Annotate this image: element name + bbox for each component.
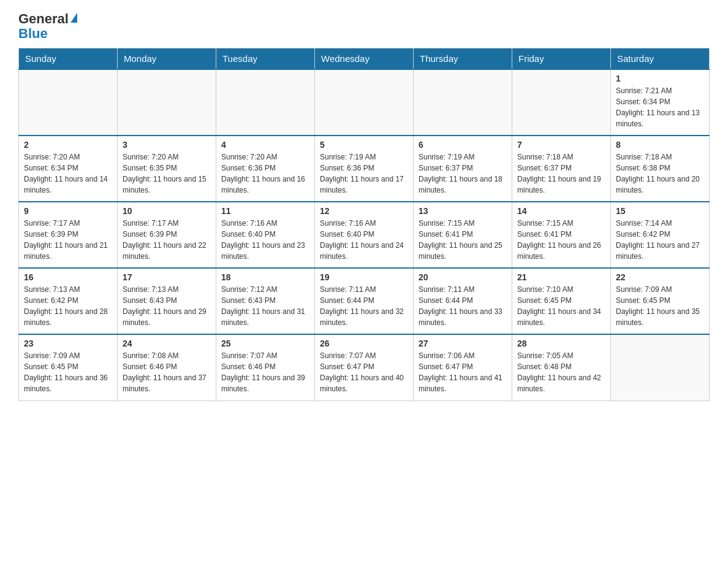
day-number: 12 [320,206,408,216]
calendar-cell [611,334,710,400]
day-number: 25 [221,339,309,348]
day-info: Sunrise: 7:07 AMSunset: 6:46 PMDaylight:… [221,350,309,394]
calendar-cell: 2Sunrise: 7:20 AMSunset: 6:34 PMDaylight… [19,136,118,202]
day-info: Sunrise: 7:20 AMSunset: 6:35 PMDaylight:… [123,151,211,196]
day-info: Sunrise: 7:15 AMSunset: 6:41 PMDaylight:… [517,218,605,262]
day-number: 2 [24,140,112,150]
day-number: 15 [616,206,704,216]
calendar-cell: 20Sunrise: 7:11 AMSunset: 6:44 PMDayligh… [414,268,512,334]
page-header: General Blue [18,12,710,42]
day-number: 27 [419,339,507,348]
day-number: 24 [123,339,211,348]
day-number: 6 [419,140,507,150]
day-number: 22 [616,272,704,282]
day-info: Sunrise: 7:20 AMSunset: 6:36 PMDaylight:… [221,151,309,196]
day-info: Sunrise: 7:08 AMSunset: 6:46 PMDaylight:… [123,350,211,394]
logo: General Blue [18,12,77,42]
calendar-cell: 10Sunrise: 7:17 AMSunset: 6:39 PMDayligh… [118,202,216,268]
day-info: Sunrise: 7:07 AMSunset: 6:47 PMDaylight:… [320,350,408,394]
week-row-5: 23Sunrise: 7:09 AMSunset: 6:45 PMDayligh… [19,334,710,400]
day-info: Sunrise: 7:12 AMSunset: 6:43 PMDaylight:… [221,284,309,328]
day-number: 8 [616,140,704,150]
calendar-cell: 11Sunrise: 7:16 AMSunset: 6:40 PMDayligh… [216,202,315,268]
day-number: 10 [123,206,211,216]
day-number: 7 [517,140,605,150]
calendar-cell: 13Sunrise: 7:15 AMSunset: 6:41 PMDayligh… [414,202,512,268]
calendar-cell: 22Sunrise: 7:09 AMSunset: 6:45 PMDayligh… [611,268,710,334]
header-row: SundayMondayTuesdayWednesdayThursdayFrid… [19,48,710,70]
day-info: Sunrise: 7:13 AMSunset: 6:42 PMDaylight:… [24,284,112,328]
calendar-cell: 1Sunrise: 7:21 AMSunset: 6:34 PMDaylight… [611,69,710,136]
week-row-4: 16Sunrise: 7:13 AMSunset: 6:42 PMDayligh… [19,268,710,334]
day-number: 21 [517,272,605,282]
day-info: Sunrise: 7:09 AMSunset: 6:45 PMDaylight:… [24,350,112,394]
calendar-cell: 15Sunrise: 7:14 AMSunset: 6:42 PMDayligh… [611,202,710,268]
week-row-1: 1Sunrise: 7:21 AMSunset: 6:34 PMDaylight… [19,69,710,136]
header-day-friday: Friday [512,48,611,70]
calendar-cell: 25Sunrise: 7:07 AMSunset: 6:46 PMDayligh… [216,334,315,400]
logo-general: General [18,12,69,26]
header-day-tuesday: Tuesday [216,48,315,70]
day-info: Sunrise: 7:05 AMSunset: 6:48 PMDaylight:… [517,350,605,394]
header-day-thursday: Thursday [414,48,512,70]
header-day-monday: Monday [118,48,216,70]
calendar-cell: 3Sunrise: 7:20 AMSunset: 6:35 PMDaylight… [118,136,216,202]
calendar-cell: 18Sunrise: 7:12 AMSunset: 6:43 PMDayligh… [216,268,315,334]
day-info: Sunrise: 7:06 AMSunset: 6:47 PMDaylight:… [419,350,507,394]
day-number: 5 [320,140,408,150]
calendar-cell [315,69,414,136]
calendar-cell: 7Sunrise: 7:18 AMSunset: 6:37 PMDaylight… [512,136,611,202]
calendar-cell [414,69,512,136]
day-number: 19 [320,272,408,282]
calendar-cell [19,69,118,136]
calendar-cell: 24Sunrise: 7:08 AMSunset: 6:46 PMDayligh… [118,334,216,400]
calendar-cell [512,69,611,136]
calendar-cell: 9Sunrise: 7:17 AMSunset: 6:39 PMDaylight… [19,202,118,268]
day-info: Sunrise: 7:17 AMSunset: 6:39 PMDaylight:… [123,218,211,262]
day-number: 16 [24,272,112,282]
calendar-cell: 21Sunrise: 7:10 AMSunset: 6:45 PMDayligh… [512,268,611,334]
day-number: 14 [517,206,605,216]
header-day-sunday: Sunday [19,48,118,70]
calendar-cell [216,69,315,136]
day-number: 26 [320,339,408,348]
calendar-cell: 12Sunrise: 7:16 AMSunset: 6:40 PMDayligh… [315,202,414,268]
calendar-cell: 8Sunrise: 7:18 AMSunset: 6:38 PMDaylight… [611,136,710,202]
day-info: Sunrise: 7:19 AMSunset: 6:37 PMDaylight:… [419,151,507,196]
day-number: 20 [419,272,507,282]
calendar-cell: 26Sunrise: 7:07 AMSunset: 6:47 PMDayligh… [315,334,414,400]
day-info: Sunrise: 7:14 AMSunset: 6:42 PMDaylight:… [616,218,704,262]
calendar-cell: 19Sunrise: 7:11 AMSunset: 6:44 PMDayligh… [315,268,414,334]
day-number: 28 [517,339,605,348]
day-number: 1 [616,74,704,83]
logo-blue: Blue [18,26,48,42]
day-info: Sunrise: 7:16 AMSunset: 6:40 PMDaylight:… [320,218,408,262]
day-info: Sunrise: 7:11 AMSunset: 6:44 PMDaylight:… [419,284,507,328]
day-info: Sunrise: 7:15 AMSunset: 6:41 PMDaylight:… [419,218,507,262]
day-info: Sunrise: 7:11 AMSunset: 6:44 PMDaylight:… [320,284,408,328]
day-number: 17 [123,272,211,282]
day-info: Sunrise: 7:20 AMSunset: 6:34 PMDaylight:… [24,151,112,196]
day-info: Sunrise: 7:18 AMSunset: 6:38 PMDaylight:… [616,151,704,196]
day-info: Sunrise: 7:18 AMSunset: 6:37 PMDaylight:… [517,151,605,196]
day-number: 9 [24,206,112,216]
calendar-cell: 17Sunrise: 7:13 AMSunset: 6:43 PMDayligh… [118,268,216,334]
calendar-cell: 23Sunrise: 7:09 AMSunset: 6:45 PMDayligh… [19,334,118,400]
day-info: Sunrise: 7:19 AMSunset: 6:36 PMDaylight:… [320,151,408,196]
day-info: Sunrise: 7:13 AMSunset: 6:43 PMDaylight:… [123,284,211,328]
calendar-cell: 6Sunrise: 7:19 AMSunset: 6:37 PMDaylight… [414,136,512,202]
calendar-cell: 27Sunrise: 7:06 AMSunset: 6:47 PMDayligh… [414,334,512,400]
calendar-table: SundayMondayTuesdayWednesdayThursdayFrid… [18,48,710,401]
header-day-saturday: Saturday [611,48,710,70]
day-info: Sunrise: 7:17 AMSunset: 6:39 PMDaylight:… [24,218,112,262]
header-day-wednesday: Wednesday [315,48,414,70]
calendar-cell: 4Sunrise: 7:20 AMSunset: 6:36 PMDaylight… [216,136,315,202]
calendar-cell: 5Sunrise: 7:19 AMSunset: 6:36 PMDaylight… [315,136,414,202]
calendar-cell: 16Sunrise: 7:13 AMSunset: 6:42 PMDayligh… [19,268,118,334]
day-number: 18 [221,272,309,282]
day-info: Sunrise: 7:09 AMSunset: 6:45 PMDaylight:… [616,284,704,328]
day-number: 13 [419,206,507,216]
calendar-cell: 14Sunrise: 7:15 AMSunset: 6:41 PMDayligh… [512,202,611,268]
calendar-cell: 28Sunrise: 7:05 AMSunset: 6:48 PMDayligh… [512,334,611,400]
calendar-cell [118,69,216,136]
